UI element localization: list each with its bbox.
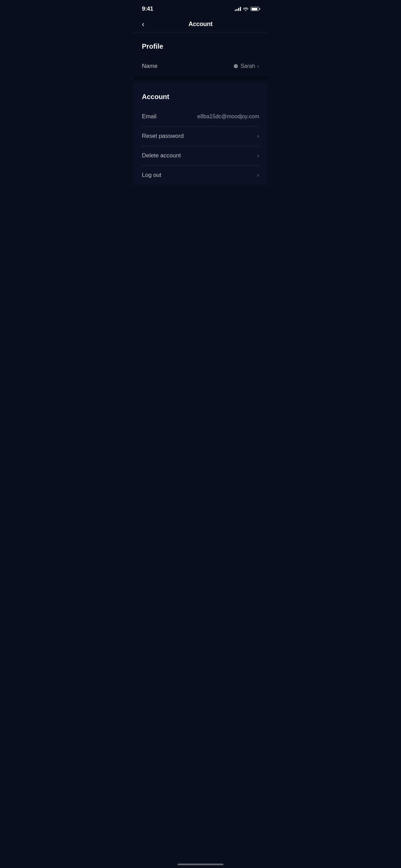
name-dot-indicator bbox=[234, 64, 238, 68]
logout-row[interactable]: Log out › bbox=[142, 166, 259, 185]
delete-account-chevron-icon: › bbox=[257, 152, 259, 159]
name-row[interactable]: Name Sarah › bbox=[142, 57, 259, 76]
logout-row-right: › bbox=[257, 172, 259, 179]
email-row: Email e8ba15dc@moodjoy.com bbox=[142, 107, 259, 126]
delete-account-row[interactable]: Delete account › bbox=[142, 146, 259, 166]
delete-account-row-right: › bbox=[257, 152, 259, 159]
section-divider bbox=[134, 76, 267, 80]
name-row-right: Sarah › bbox=[234, 63, 259, 70]
account-section: Account Email e8ba15dc@moodjoy.com Reset… bbox=[134, 83, 267, 185]
nav-header: ‹ Account bbox=[134, 16, 267, 33]
reset-password-row[interactable]: Reset password › bbox=[142, 126, 259, 146]
wifi-icon bbox=[243, 7, 248, 11]
status-bar: 9:41 bbox=[134, 0, 267, 16]
name-chevron-icon: › bbox=[257, 63, 259, 70]
logout-chevron-icon: › bbox=[257, 172, 259, 179]
signal-icon bbox=[235, 7, 241, 11]
email-row-right: e8ba15dc@moodjoy.com bbox=[197, 113, 259, 120]
back-button[interactable]: ‹ bbox=[141, 19, 146, 29]
profile-section: Profile Name Sarah › bbox=[134, 33, 267, 76]
page-title: Account bbox=[189, 21, 212, 28]
name-label: Name bbox=[142, 63, 157, 70]
status-time: 9:41 bbox=[142, 5, 153, 12]
reset-password-chevron-icon: › bbox=[257, 133, 259, 140]
battery-icon bbox=[251, 7, 259, 11]
back-chevron-icon: ‹ bbox=[142, 21, 144, 28]
logout-label: Log out bbox=[142, 172, 161, 179]
status-icons bbox=[235, 7, 259, 11]
account-section-title: Account bbox=[142, 93, 259, 101]
reset-password-row-right: › bbox=[257, 133, 259, 140]
reset-password-label: Reset password bbox=[142, 133, 184, 140]
delete-account-label: Delete account bbox=[142, 152, 181, 159]
email-value: e8ba15dc@moodjoy.com bbox=[197, 113, 259, 120]
profile-section-title: Profile bbox=[142, 43, 259, 50]
email-label: Email bbox=[142, 113, 157, 120]
name-value: Sarah bbox=[241, 63, 255, 69]
